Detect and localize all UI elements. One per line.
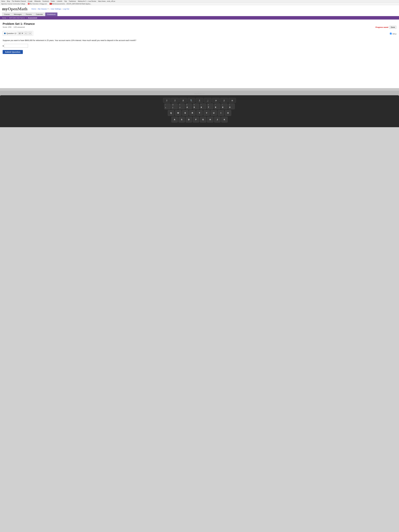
key-7[interactable]: &7 bbox=[207, 103, 213, 109]
key-r[interactable]: R bbox=[189, 110, 196, 116]
breadcrumb-sep-2: > bbox=[26, 17, 27, 19]
nav-calendar[interactable]: Calendar bbox=[34, 13, 45, 16]
nav-sep-3: | bbox=[62, 8, 62, 10]
key-f[interactable]: F bbox=[193, 117, 199, 122]
key-f8[interactable]: ⏸ F8 bbox=[220, 98, 228, 103]
key-o[interactable]: O bbox=[225, 110, 231, 116]
nav-messages[interactable]: Messages bbox=[12, 13, 24, 16]
problem-text: Suppose you want to have $600,000 for re… bbox=[3, 39, 396, 42]
key-s[interactable]: S bbox=[178, 117, 185, 122]
answer-input[interactable] bbox=[4, 44, 28, 48]
keyboard: ☀ F1 ☀ F2 ⊞ F3 🔍 F4 🎙 F5 ☽ F6 bbox=[0, 95, 399, 127]
bookmark-lawreview[interactable]: Making the C...i Law Review bbox=[78, 0, 96, 2]
nav-sep-1: | bbox=[37, 8, 37, 10]
bookmark-blackboard[interactable]: Bb Announcements – 2021FA_MAT106AOSA Mat… bbox=[52, 3, 92, 5]
next-question-button[interactable]: > bbox=[28, 32, 32, 35]
breadcrumb: Home > MAT106A OSA Fall 21 > Assessment bbox=[0, 16, 399, 19]
bookmark-url[interactable]: https://www....ends_v05.pc bbox=[98, 0, 115, 2]
key-i[interactable]: I bbox=[218, 110, 224, 116]
prev-question-button[interactable]: < bbox=[24, 32, 28, 35]
main-nav: Course Messages Forums Calendar Gradeboo… bbox=[2, 13, 397, 16]
partial-score: 0/2 p bbox=[390, 33, 396, 35]
breadcrumb-current: Assessment bbox=[28, 17, 37, 19]
key-9[interactable]: (9 bbox=[221, 103, 228, 109]
key-e[interactable]: E bbox=[182, 110, 188, 116]
bookmark-bing[interactable]: Bing bbox=[7, 0, 10, 2]
key-5[interactable]: %5 bbox=[193, 103, 199, 109]
fn-key-row: ☀ F1 ☀ F2 ⊞ F3 🔍 F4 🎙 F5 ☽ F6 bbox=[4, 98, 395, 103]
key-3[interactable]: #3 bbox=[178, 103, 185, 109]
bookmark-wikipedia[interactable]: Wikipedia bbox=[34, 0, 41, 2]
problem-answered: 1/20 answered bbox=[14, 26, 25, 28]
key-w[interactable]: W bbox=[175, 110, 181, 116]
number-key-row: !1 @2 #3 $4 %5 ^6 &7 *8 (9 )0 bbox=[4, 103, 395, 109]
macbook-label: MacBook Air bbox=[194, 93, 205, 95]
key-4[interactable]: $4 bbox=[186, 103, 192, 109]
key-f2[interactable]: ☀ F2 bbox=[171, 98, 179, 103]
breadcrumb-course[interactable]: MAT106A OSA Fall 21 bbox=[9, 17, 25, 19]
question-dropdown[interactable]: 12 bbox=[18, 32, 24, 35]
done-button[interactable]: Done bbox=[389, 26, 396, 29]
key-g[interactable]: G bbox=[200, 117, 206, 122]
submit-question-button[interactable]: Submit Question bbox=[3, 50, 23, 54]
key-1[interactable]: !1 bbox=[164, 103, 171, 109]
question-status-dot bbox=[4, 33, 6, 34]
nav-logout[interactable]: Log Out bbox=[63, 8, 69, 10]
site-nav: Home | My Classes ▼ | User Settings | Lo… bbox=[32, 8, 69, 10]
bookmark-google[interactable]: Google bbox=[28, 0, 32, 2]
key-6[interactable]: ^6 bbox=[200, 103, 206, 109]
progress-saved-label: Progress saved bbox=[375, 26, 388, 28]
laptop-bottom: MacBook Air ☀ F1 ☀ F2 ⊞ F3 🔍 F4 🎙 F5 bbox=[0, 88, 399, 127]
nav-gradebook[interactable]: Gradebook bbox=[45, 13, 57, 16]
nav-myclasses[interactable]: My Classes bbox=[38, 8, 47, 10]
answer-row: $ bbox=[3, 44, 396, 48]
breadcrumb-home[interactable]: Home bbox=[2, 17, 6, 19]
bb-icon: Bb bbox=[50, 3, 52, 5]
bookmark-chegg[interactable]: My Overview | Chegg.com bbox=[30, 3, 47, 5]
key-8[interactable]: *8 bbox=[214, 103, 221, 109]
key-2[interactable]: @2 bbox=[171, 103, 178, 109]
key-f9[interactable]: ⏭ F9 bbox=[228, 98, 236, 103]
main-content: Problem Set 1: Finance Score: 2/50 1/20 … bbox=[0, 19, 399, 88]
bookmark-yahoo[interactable]: Yahoo bbox=[1, 0, 5, 2]
qwerty-key-row: Q W E R T Y U I O bbox=[4, 110, 395, 116]
key-f1[interactable]: ☀ F1 bbox=[163, 98, 171, 103]
asdf-key-row: A S D F G H J K bbox=[4, 117, 395, 122]
problem-score: Score: 2/50 bbox=[3, 26, 12, 28]
key-d[interactable]: D bbox=[186, 117, 192, 122]
nav-usersettings[interactable]: User Settings bbox=[51, 8, 61, 10]
key-t[interactable]: T bbox=[196, 110, 203, 116]
key-k[interactable]: K bbox=[221, 117, 228, 122]
key-f7[interactable]: ⏮ F7 bbox=[212, 98, 220, 103]
bookmark-linkedin[interactable]: LinkedIn bbox=[57, 0, 62, 2]
nav-course[interactable]: Course bbox=[2, 13, 12, 16]
key-q[interactable]: Q bbox=[168, 110, 174, 116]
bookmark-tripadvisor[interactable]: TripAdvisor bbox=[69, 0, 76, 2]
key-y[interactable]: Y bbox=[203, 110, 210, 116]
key-j[interactable]: J bbox=[214, 117, 221, 122]
bookmark-facebook[interactable]: Facebook bbox=[43, 0, 49, 2]
breadcrumb-sep-1: > bbox=[7, 17, 8, 19]
key-f4[interactable]: 🔍 F4 bbox=[188, 98, 195, 103]
nav-dropdown-icon[interactable]: ▼ bbox=[47, 8, 49, 10]
partial-score-checkbox[interactable] bbox=[390, 33, 392, 34]
secondary-bookmarks-bar: ntgomery County Community College C My O… bbox=[0, 2, 399, 5]
nav-home[interactable]: Home bbox=[32, 8, 36, 10]
dollar-prefix: $ bbox=[3, 45, 4, 47]
key-h[interactable]: H bbox=[207, 117, 213, 122]
nav-forums[interactable]: Forums bbox=[24, 13, 34, 16]
bookmark-weather[interactable]: The Weather Channel bbox=[12, 0, 26, 2]
key-f5[interactable]: 🎙 F5 bbox=[196, 98, 203, 103]
key-u[interactable]: U bbox=[211, 110, 217, 116]
site-header-top: myOpenMath Home | My Classes ▼ | User Se… bbox=[2, 6, 397, 11]
bookmarks-bar: Yahoo Bing The Weather Channel Google Wi… bbox=[0, 0, 399, 2]
bookmark-montgomery[interactable]: ntgomery County Community College bbox=[1, 3, 25, 5]
key-a[interactable]: A bbox=[171, 117, 178, 122]
bookmark-twitter[interactable]: Twitter bbox=[51, 0, 55, 2]
nav-sep-2: | bbox=[50, 8, 50, 10]
bookmark-yelp[interactable]: Yelp bbox=[64, 0, 67, 2]
key-f3[interactable]: ⊞ F3 bbox=[179, 98, 187, 103]
question-nav: Question 12 12 < > bbox=[3, 31, 33, 36]
key-0[interactable]: )0 bbox=[228, 103, 235, 109]
key-f6[interactable]: ☽ F6 bbox=[204, 98, 211, 103]
